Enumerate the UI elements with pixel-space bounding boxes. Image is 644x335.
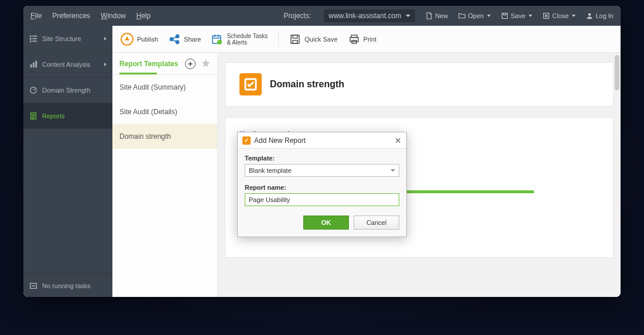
svg-rect-5 — [30, 38, 32, 40]
sidebar-item-reports[interactable]: Reports — [23, 103, 112, 129]
sidebar-item-site-structure[interactable]: Site Structure — [23, 26, 112, 52]
tasks-icon — [29, 282, 37, 290]
quick-save-button[interactable]: Quick Save — [289, 33, 337, 45]
close-x-icon — [543, 12, 550, 19]
svg-rect-22 — [293, 35, 297, 38]
favorite-icon[interactable]: ★ — [201, 57, 210, 70]
disk-icon — [289, 33, 301, 45]
svg-rect-25 — [350, 37, 358, 42]
menu-file[interactable]: File — [30, 12, 42, 20]
templates-panel: Report Templates + ★ Site Audit (Summary… — [112, 53, 218, 297]
template-item[interactable]: Site Audit (Details) — [112, 100, 217, 124]
sidebar-label: Content Analysis — [42, 61, 90, 68]
chevron-right-icon — [104, 37, 107, 40]
sidebar-label: Reports — [42, 112, 65, 119]
chevron-right-icon — [104, 63, 107, 66]
add-report-dialog: Add New Report ✕ Template: Blank templat… — [237, 132, 407, 237]
folder-open-icon — [458, 12, 465, 19]
sidebar-nav: Site Structure Content Analysis Domain S… — [23, 26, 112, 297]
projects-label: Projects: — [284, 12, 311, 20]
svg-rect-1 — [503, 13, 506, 15]
calendar-icon — [211, 33, 223, 45]
svg-point-20 — [217, 40, 222, 45]
dialog-close-button[interactable]: ✕ — [395, 136, 402, 145]
menu-help[interactable]: Help — [136, 12, 151, 20]
sidebar-label: Site Structure — [42, 35, 81, 42]
svg-rect-7 — [32, 35, 37, 36]
menu-preferences[interactable]: Preferences — [52, 12, 90, 20]
sidebar-item-content-analysis[interactable]: Content Analysis — [23, 52, 112, 77]
svg-rect-4 — [30, 35, 32, 37]
analysis-icon — [29, 60, 37, 69]
dialog-titlebar: Add New Report ✕ — [238, 132, 406, 149]
open-button[interactable]: Open — [458, 12, 491, 19]
report-name-input[interactable] — [245, 193, 399, 206]
report-name-label: Report name: — [245, 184, 399, 191]
toolbar: Publish Share Schedule Tasks& Alerts Qui… — [112, 26, 621, 53]
cancel-button[interactable]: Cancel — [354, 216, 399, 230]
scrollbar[interactable] — [615, 55, 619, 90]
schedule-button[interactable]: Schedule Tasks& Alerts — [211, 33, 268, 46]
svg-rect-8 — [32, 38, 37, 39]
print-icon — [348, 33, 360, 45]
ok-button[interactable]: OK — [303, 216, 349, 230]
reports-icon — [29, 112, 37, 120]
new-file-icon — [426, 12, 433, 19]
add-template-button[interactable]: + — [185, 59, 196, 69]
new-button[interactable]: New — [426, 12, 448, 19]
svg-point-3 — [588, 13, 591, 16]
chevron-down-icon — [529, 15, 532, 17]
share-button[interactable]: Share — [169, 33, 201, 45]
sidebar-label: Domain Strength — [42, 87, 91, 94]
dialog-icon — [242, 136, 251, 145]
publish-icon — [121, 33, 133, 46]
structure-icon — [29, 35, 37, 43]
report-header-card: Domain strength — [225, 62, 614, 107]
svg-rect-11 — [33, 62, 35, 67]
checkmark-box-icon — [239, 73, 262, 95]
template-select[interactable]: Blank template — [245, 164, 399, 177]
save-icon — [501, 12, 508, 19]
share-icon — [169, 33, 180, 45]
svg-rect-21 — [291, 35, 299, 43]
menubar: File Preferences Window Help Projects: w… — [23, 6, 621, 26]
svg-rect-6 — [30, 40, 32, 42]
gauge-icon — [29, 86, 37, 94]
chevron-down-icon — [487, 15, 491, 17]
svg-rect-12 — [36, 60, 37, 67]
menu-window[interactable]: Window — [101, 12, 126, 20]
user-icon — [586, 12, 593, 19]
template-label: Template: — [245, 155, 399, 162]
print-button[interactable]: Print — [348, 33, 377, 45]
svg-rect-0 — [502, 13, 508, 19]
template-item[interactable]: Site Audit (Summary) — [112, 75, 217, 100]
svg-rect-9 — [32, 40, 37, 42]
templates-header: Report Templates — [119, 60, 179, 68]
svg-rect-10 — [30, 64, 32, 67]
login-button[interactable]: Log In — [586, 12, 614, 19]
save-button[interactable]: Save — [501, 12, 532, 19]
template-item[interactable]: Domain strength — [112, 124, 217, 149]
sidebar-item-domain-strength[interactable]: Domain Strength — [23, 77, 112, 103]
dialog-title: Add New Report — [254, 136, 395, 145]
svg-rect-23 — [293, 40, 297, 43]
project-select[interactable]: www.link-assistant.com — [324, 9, 415, 22]
report-title: Domain strength — [270, 79, 344, 90]
sidebar-footer[interactable]: No running tasks — [23, 274, 112, 297]
no-tasks-label: No running tasks — [42, 282, 91, 289]
publish-button[interactable]: Publish — [121, 33, 158, 46]
close-button[interactable]: Close — [543, 12, 576, 19]
chevron-down-icon — [572, 15, 576, 17]
